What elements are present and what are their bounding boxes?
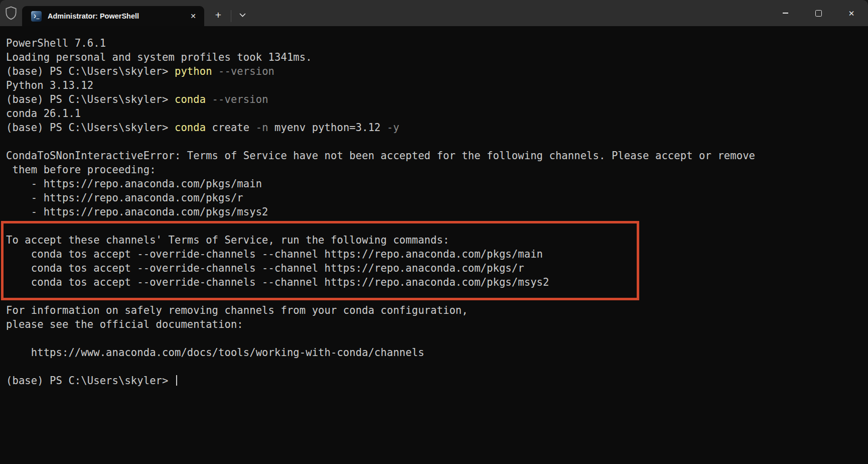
terminal-line: - https://repo.anaconda.com/pkgs/r (6, 191, 862, 205)
maximize-icon (815, 10, 822, 17)
titlebar: ❯_ Administrator: PowerShell ✕ + ✕ (0, 0, 868, 26)
window-controls: ✕ (769, 0, 868, 26)
new-tab-button[interactable]: + (208, 6, 228, 24)
terminal-line: CondaToSNonInteractiveError: Terms of Se… (6, 149, 862, 163)
powershell-icon: ❯_ (31, 11, 42, 22)
terminal-cursor (176, 375, 177, 386)
terminal-line: (base) PS C:\Users\skyler> conda --versi… (6, 92, 862, 106)
terminal-line: For information on safely removing chann… (6, 303, 862, 317)
terminal-line: - https://repo.anaconda.com/pkgs/main (6, 177, 862, 191)
terminal-line: To accept these channels' Terms of Servi… (6, 233, 862, 247)
terminal-line (6, 135, 862, 149)
terminal-line: them before proceeding: (6, 163, 862, 177)
terminal-line (6, 360, 862, 374)
terminal-line: Python 3.13.12 (6, 78, 862, 92)
terminal-line (6, 289, 862, 303)
terminal-line: conda tos accept --override-channels --c… (6, 275, 862, 289)
tab-dropdown-button[interactable] (234, 6, 251, 24)
terminal-line: (base) PS C:\Users\skyler> (6, 374, 862, 388)
terminal-line: (base) PS C:\Users\skyler> python --vers… (6, 64, 862, 78)
terminal-line: (base) PS C:\Users\skyler> conda create … (6, 121, 862, 135)
terminal-line: https://www.anaconda.com/docs/tools/work… (6, 345, 862, 360)
tab-close-icon[interactable]: ✕ (186, 9, 200, 23)
tab-title: Administrator: PowerShell (48, 12, 186, 20)
close-button[interactable]: ✕ (835, 0, 868, 26)
close-icon: ✕ (848, 10, 855, 17)
terminal-line: please see the official documentation: (6, 317, 862, 331)
terminal-line: conda tos accept --override-channels --c… (6, 261, 862, 275)
terminal-line: conda 26.1.1 (6, 106, 862, 121)
tabbar-separator (231, 10, 231, 22)
terminal-line: Loading personal and system profiles too… (6, 50, 862, 64)
chevron-down-icon (239, 13, 246, 17)
terminal-output[interactable]: PowerShell 7.6.1Loading personal and sys… (0, 26, 868, 464)
maximize-button[interactable] (802, 0, 835, 26)
terminal-line (6, 219, 862, 233)
terminal-line: - https://repo.anaconda.com/pkgs/msys2 (6, 205, 862, 219)
terminal-window: ❯_ Administrator: PowerShell ✕ + ✕ (0, 0, 868, 464)
plus-icon: + (215, 9, 221, 21)
tab-powershell[interactable]: ❯_ Administrator: PowerShell ✕ (22, 6, 204, 26)
terminal-line: PowerShell 7.6.1 (6, 36, 862, 50)
terminal-line (6, 331, 862, 345)
minimize-button[interactable] (769, 0, 802, 26)
terminal-line: conda tos accept --override-channels --c… (6, 247, 862, 261)
minimize-icon (783, 13, 788, 13)
admin-shield-icon (0, 0, 22, 26)
